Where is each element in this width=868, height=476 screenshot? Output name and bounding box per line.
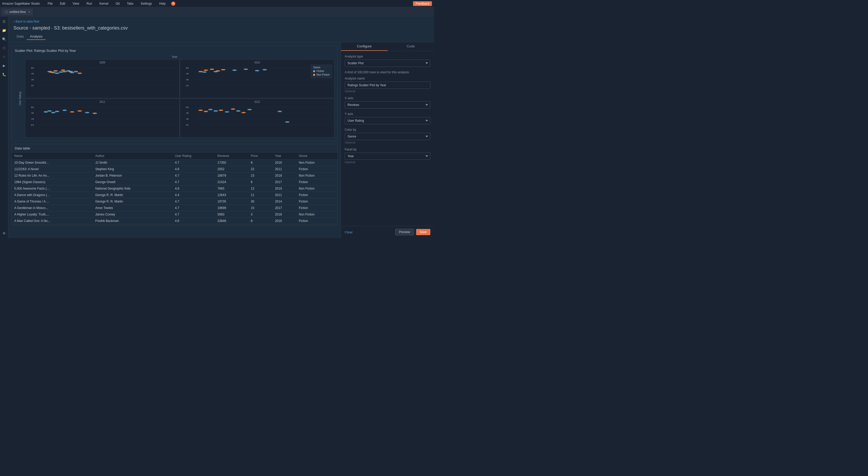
- sidebar-icon-plugin[interactable]: ⬡: [1, 45, 7, 51]
- menu-file[interactable]: File: [46, 1, 54, 6]
- cell-reviews: 19699: [215, 205, 248, 211]
- cell-genre: Fiction: [296, 205, 337, 211]
- cell-name: 12 Rules for Life: An An...: [12, 173, 93, 179]
- col-price[interactable]: Price: [248, 152, 272, 159]
- x-axis-select[interactable]: Reviews User Rating Price Year: [345, 101, 430, 109]
- cell-price: 15: [248, 205, 272, 211]
- analysis-name-input[interactable]: [345, 82, 430, 89]
- svg-point-72: [236, 110, 241, 112]
- facet-by-optional: Optional: [345, 160, 430, 164]
- cell-author: Fredrik Backman: [93, 218, 173, 224]
- main-tab[interactable]: ⬡ untitled.flow ×: [2, 8, 33, 15]
- menu-kernel[interactable]: Kernel: [98, 1, 110, 6]
- facet-by-group: Facet by Year Genre None Optional: [345, 148, 430, 164]
- cell-price: 6: [248, 179, 272, 185]
- cell-reviews: 23848: [215, 218, 248, 224]
- clear-button[interactable]: Clear: [345, 230, 353, 234]
- cell-price: 30: [248, 198, 272, 205]
- svg-text:0: 0: [31, 124, 34, 126]
- gear-icon[interactable]: ⚙: [1, 230, 7, 236]
- cell-name: 1984 (Signet Classics): [12, 179, 93, 185]
- cell-author: George Orwell: [93, 179, 173, 185]
- config-panel: Configure Code Analysis type Scatter Plo…: [341, 42, 434, 238]
- preview-button[interactable]: Preview: [395, 229, 414, 235]
- cell-reviews: 7665: [215, 185, 248, 192]
- svg-point-48: [43, 111, 48, 112]
- svg-text:2: 2: [31, 84, 34, 87]
- content-header: ‹ Back to data flow Source - sampled · S…: [8, 17, 434, 42]
- menu-view[interactable]: View: [71, 1, 81, 6]
- sidebar-icon-run[interactable]: ▶: [1, 63, 7, 68]
- scatter-plot-2012: 5 4 3 2: [182, 105, 333, 130]
- menu-run[interactable]: Run: [85, 1, 94, 6]
- menu-edit[interactable]: Edit: [58, 1, 67, 6]
- cell-genre: Non Fiction: [296, 173, 337, 179]
- cell-reviews: 18979: [215, 173, 248, 179]
- analysis-type-label: Analysis type: [345, 55, 430, 58]
- legend-item-fiction: Fiction: [313, 70, 330, 72]
- cell-year: 2011: [272, 192, 296, 198]
- analysis-name-label: Analysis name: [345, 77, 430, 80]
- svg-point-74: [247, 109, 252, 110]
- cell-genre: Fiction: [296, 198, 337, 205]
- table-row: A Man Called Ove: A No...Fredrik Backman…: [12, 224, 337, 225]
- col-name[interactable]: Name: [12, 152, 93, 159]
- facet-by-select[interactable]: Year Genre None: [345, 152, 430, 160]
- feedback-button[interactable]: Feedback: [413, 1, 432, 6]
- col-rating[interactable]: User Rating: [172, 152, 215, 159]
- sidebar-icon-git[interactable]: ⑂: [1, 54, 7, 60]
- menu-settings[interactable]: Settings: [139, 1, 153, 6]
- menu-tabs[interactable]: Tabs: [125, 1, 135, 6]
- content-tabs: Data Analysis: [13, 33, 429, 40]
- analysis-type-select[interactable]: Scatter Plot Histogram Bar Chart Line Ch…: [345, 60, 430, 67]
- cell-year: 2017: [272, 179, 296, 185]
- col-reviews[interactable]: Reviews: [215, 152, 248, 159]
- cell-author: Amor Towles: [93, 205, 173, 211]
- cell-rating: 4.7: [172, 205, 215, 211]
- menu-help[interactable]: Help: [158, 1, 167, 6]
- notification-badge: 4: [171, 2, 175, 6]
- tab-data[interactable]: Data: [13, 33, 27, 40]
- table-row: 10-Day Green Smoothi...JJ Smith4.7173508…: [12, 159, 337, 166]
- sidebar-icon-menu[interactable]: ☰: [1, 19, 7, 24]
- data-table-title: Data table: [12, 144, 337, 152]
- col-genre[interactable]: Genre: [296, 152, 337, 159]
- table-row: A Gentleman in Mosco...Amor Towles4.7196…: [12, 205, 337, 211]
- back-link[interactable]: ‹ Back to data flow: [13, 20, 429, 23]
- cell-name: A Man Called Ove: A No...: [12, 224, 93, 225]
- svg-point-54: [78, 110, 82, 112]
- svg-point-53: [70, 111, 74, 112]
- col-author[interactable]: Author: [93, 152, 173, 159]
- save-button[interactable]: Save: [416, 229, 430, 235]
- table-row: A Dance with Dragons (…George R. R. Mart…: [12, 192, 337, 198]
- legend-title: Genre: [313, 66, 330, 69]
- tab-close-icon[interactable]: ×: [28, 10, 30, 14]
- svg-point-30: [204, 69, 208, 71]
- cell-year: 2017: [272, 224, 296, 225]
- table-row: 1984 (Signet Classics)George Orwell4.721…: [12, 179, 337, 185]
- cell-name: 5,000 Awesome Facts (…: [12, 185, 93, 192]
- sidebar-icon-search[interactable]: 🔍: [1, 36, 7, 42]
- legend-fiction-label: Fiction: [316, 70, 324, 72]
- menu-git[interactable]: Git: [114, 1, 121, 6]
- cell-reviews: 21424: [215, 179, 248, 185]
- y-axis-label: Y axis: [345, 112, 430, 116]
- col-year[interactable]: Year: [272, 152, 296, 159]
- svg-text:5: 5: [186, 106, 189, 108]
- cell-name: 10-Day Green Smoothi...: [12, 159, 93, 166]
- limit-info: A limit of 100,000 rows is used for this…: [345, 70, 430, 74]
- page-title: Source - sampled · S3: bestsellers_with_…: [13, 25, 429, 31]
- color-by-select[interactable]: Genre Year None: [345, 133, 430, 140]
- tab-configure[interactable]: Configure: [341, 42, 388, 51]
- tab-analysis[interactable]: Analysis: [27, 33, 45, 40]
- svg-text:3: 3: [186, 118, 189, 120]
- sidebar-icon-debug[interactable]: 🐛: [1, 71, 7, 77]
- sidebar-icon-files[interactable]: 📁: [1, 27, 7, 33]
- cell-price: 8: [248, 159, 272, 166]
- cell-rating: 4.7: [172, 198, 215, 205]
- back-chevron-icon: ‹: [13, 20, 14, 23]
- cell-rating: 4.7: [172, 159, 215, 166]
- tab-code[interactable]: Code: [388, 42, 434, 51]
- y-axis-select[interactable]: User Rating Reviews Price Year: [345, 117, 430, 124]
- svg-text:4: 4: [186, 112, 189, 114]
